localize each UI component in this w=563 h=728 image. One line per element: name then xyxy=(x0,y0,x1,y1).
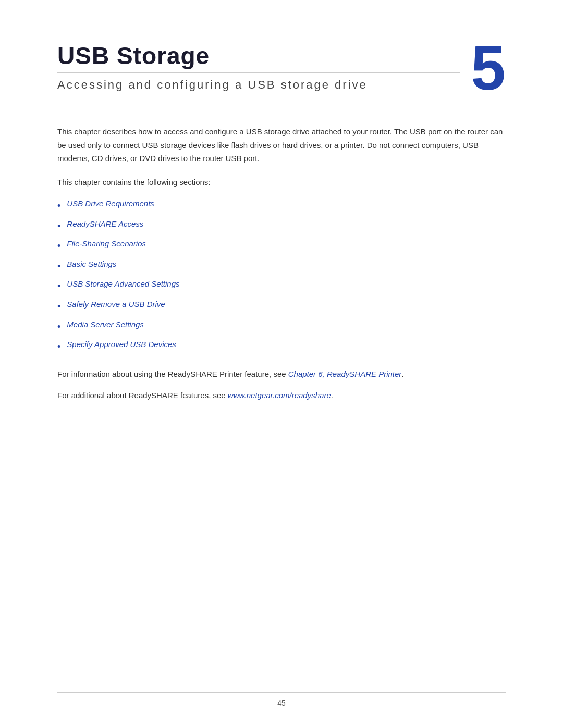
list-item: • USB Drive Requirements xyxy=(57,197,506,214)
sections-intro: This chapter contains the following sect… xyxy=(57,176,506,189)
netgear-readyshare-link[interactable]: www.netgear.com/readyshare xyxy=(228,391,331,400)
list-item: • Specify Approved USB Devices xyxy=(57,338,506,355)
page-number: 45 xyxy=(57,699,506,707)
footer-note-1-text: For information about using the ReadySHA… xyxy=(57,369,288,378)
chapter-title-underline xyxy=(57,72,460,73)
footer-note-2-text: For additional about ReadySHARE features… xyxy=(57,391,228,400)
page-footer: 45 xyxy=(57,692,506,707)
content-area: This chapter describes how to access and… xyxy=(57,125,506,402)
chapter-header: USB Storage Accessing and configuring a … xyxy=(57,42,506,99)
media-server-settings-link[interactable]: Media Server Settings xyxy=(67,318,144,331)
chapter-title: USB Storage xyxy=(57,42,460,70)
bullet-icon: • xyxy=(57,258,60,275)
list-item: • Media Server Settings xyxy=(57,318,506,335)
bullet-icon: • xyxy=(57,198,60,214)
list-item: • ReadySHARE Access xyxy=(57,217,506,235)
footer-note-1-suffix: . xyxy=(401,369,403,378)
list-item: • Basic Settings xyxy=(57,257,506,275)
list-item: • Safely Remove a USB Drive xyxy=(57,298,506,315)
chapter-subtitle: Accessing and configuring a USB storage … xyxy=(57,78,460,92)
specify-approved-usb-devices-link[interactable]: Specify Approved USB Devices xyxy=(67,338,176,351)
footer-line xyxy=(57,692,506,693)
bullet-list: • USB Drive Requirements • ReadySHARE Ac… xyxy=(57,197,506,355)
bullet-icon: • xyxy=(57,278,60,294)
chapter-number: 5 xyxy=(471,36,506,99)
safely-remove-usb-drive-link[interactable]: Safely Remove a USB Drive xyxy=(67,298,165,311)
intro-paragraph: This chapter describes how to access and… xyxy=(57,125,506,165)
usb-storage-advanced-settings-link[interactable]: USB Storage Advanced Settings xyxy=(67,277,179,291)
usb-drive-requirements-link[interactable]: USB Drive Requirements xyxy=(67,197,154,211)
readyshare-access-link[interactable]: ReadySHARE Access xyxy=(67,217,143,231)
list-item: • USB Storage Advanced Settings xyxy=(57,277,506,294)
chapter-title-block: USB Storage Accessing and configuring a … xyxy=(57,42,460,92)
footer-note-1: For information about using the ReadySHA… xyxy=(57,367,506,381)
page-container: USB Storage Accessing and configuring a … xyxy=(0,0,563,728)
bullet-icon: • xyxy=(57,339,60,355)
footer-note-2: For additional about ReadySHARE features… xyxy=(57,389,506,402)
file-sharing-scenarios-link[interactable]: File-Sharing Scenarios xyxy=(67,237,146,251)
footer-note-2-suffix: . xyxy=(331,391,333,400)
list-item: • File-Sharing Scenarios xyxy=(57,237,506,254)
bullet-icon: • xyxy=(57,238,60,254)
bullet-icon: • xyxy=(57,299,60,315)
chapter6-readyshare-printer-link[interactable]: Chapter 6, ReadySHARE Printer xyxy=(288,369,402,378)
bullet-icon: • xyxy=(57,319,60,335)
bullet-icon: • xyxy=(57,218,60,235)
basic-settings-link[interactable]: Basic Settings xyxy=(67,257,116,271)
